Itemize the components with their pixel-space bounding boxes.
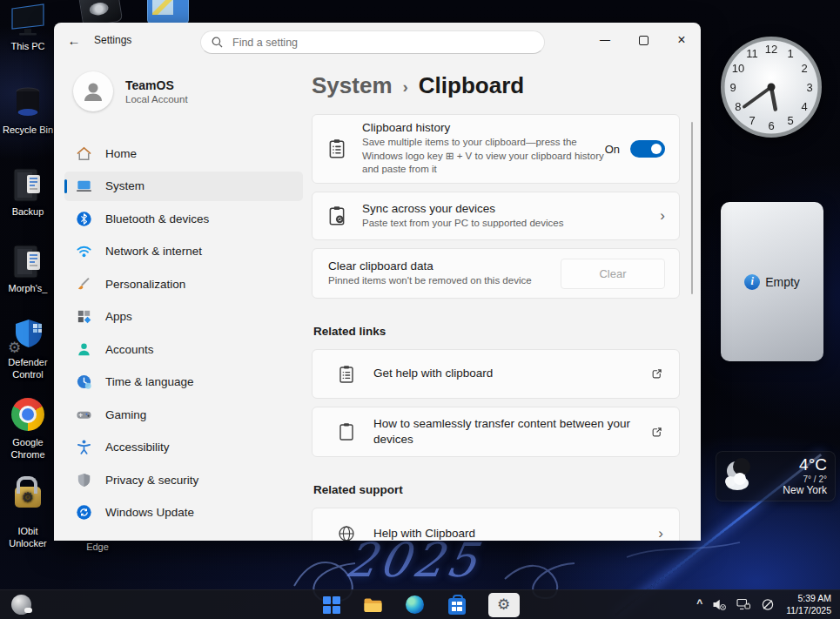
sidebar-item-label: Windows Update xyxy=(105,506,194,519)
clear-clipboard-title: Clear clipboard data xyxy=(328,259,532,272)
transfer-content-link-card[interactable]: How to seamlessly transfer content betwe… xyxy=(312,407,680,457)
sidebar-item-label: Home xyxy=(105,147,137,160)
sidebar-item-label: System xyxy=(105,179,144,192)
titlebar[interactable]: ← Settings — × xyxy=(54,23,701,57)
svg-text:10: 10 xyxy=(732,62,744,75)
desktop-screen: 2025 This PC Recycle Bin Backup Morph's_… xyxy=(0,0,840,619)
clear-clipboard-card: Clear clipboard data Pinned items won't … xyxy=(312,248,680,299)
sidebar-item-network-internet[interactable]: Network & internet xyxy=(64,237,303,266)
sidebar-item-privacy-security[interactable]: Privacy & security xyxy=(64,465,303,495)
volume-muted-icon[interactable] xyxy=(712,598,727,611)
sidebar-item-home[interactable]: Home xyxy=(64,138,303,168)
clock-widget[interactable]: 123456789101112 xyxy=(719,35,823,143)
sidebar-item-accessibility[interactable]: Accessibility xyxy=(64,433,303,462)
svg-text:4: 4 xyxy=(801,100,807,113)
desktop-icon-label: Defender Control xyxy=(1,357,55,381)
info-icon: i xyxy=(744,274,760,290)
search-box[interactable] xyxy=(200,30,545,54)
bluetooth-icon xyxy=(76,211,92,227)
svg-text:9: 9 xyxy=(729,81,736,94)
clear-button[interactable]: Clear xyxy=(561,259,665,289)
breadcrumb-separator-icon: › xyxy=(403,75,408,97)
sidebar-item-personalization[interactable]: Personalization xyxy=(64,269,303,299)
edge-button[interactable] xyxy=(405,595,426,616)
desktop-icon-label: This PC xyxy=(1,41,55,53)
sidebar-item-bluetooth-devices[interactable]: Bluetooth & devices xyxy=(64,204,303,233)
tray-date: 11/17/2025 xyxy=(786,605,831,617)
start-button[interactable] xyxy=(321,595,342,616)
desktop-icon-label: Recycle Bin xyxy=(1,124,55,137)
svg-text:7: 7 xyxy=(749,114,755,127)
wallpaper-script-text: 2025 xyxy=(341,533,485,588)
account-name: TeamOS xyxy=(125,78,188,92)
account-block[interactable]: TeamOS Local Account xyxy=(73,71,303,111)
account-person-icon xyxy=(76,341,92,358)
desktop-icon-morphs[interactable]: Morph's_ xyxy=(1,244,55,295)
wifi-icon xyxy=(76,243,92,259)
avatar xyxy=(73,71,113,111)
desktop-icon-edge-label[interactable]: Edge xyxy=(75,542,120,552)
desktop-icon-this-pc[interactable]: This PC xyxy=(1,2,55,53)
desktop-icon-recycle-bin[interactable]: Recycle Bin xyxy=(1,85,55,137)
search-input[interactable] xyxy=(231,36,534,50)
minimize-button[interactable]: — xyxy=(586,23,624,57)
sidebar-item-gaming[interactable]: Gaming xyxy=(64,400,303,429)
store-button[interactable] xyxy=(447,595,467,616)
clock-lang-icon xyxy=(76,373,92,390)
file-explorer-button[interactable] xyxy=(363,595,384,616)
clipboard-history-card: Clipboard history Save multiple items to… xyxy=(312,114,680,184)
clipboard-icon xyxy=(337,422,356,441)
desktop-icon-iobit-unlocker[interactable]: ⚙ IObit Unlocker xyxy=(1,474,55,550)
sync-devices-card[interactable]: Sync across your devices Paste text from… xyxy=(312,192,680,240)
person-icon xyxy=(80,78,106,104)
controller-icon xyxy=(76,407,92,423)
sidebar-item-apps[interactable]: Apps xyxy=(64,302,303,332)
ethernet-icon[interactable] xyxy=(736,598,751,611)
close-button[interactable]: × xyxy=(662,23,701,57)
account-type: Local Account xyxy=(125,94,188,104)
sidebar-item-label: Bluetooth & devices xyxy=(105,212,209,225)
no-internet-icon[interactable] xyxy=(761,598,775,611)
svg-text:6: 6 xyxy=(768,119,774,132)
breadcrumb-parent[interactable]: System xyxy=(312,72,393,99)
external-link-icon xyxy=(650,367,663,380)
weather-widget[interactable]: 4°C 7° / 2° New York xyxy=(716,451,836,501)
taskbar-orb-icon[interactable] xyxy=(11,595,31,615)
notes-empty-label: Empty xyxy=(765,275,800,289)
svg-text:2: 2 xyxy=(801,62,807,75)
back-button[interactable]: ← xyxy=(61,29,87,51)
desktop-icon-defender-control[interactable]: ⚙ Defender Control xyxy=(1,318,55,381)
sidebar-item-windows-update[interactable]: Windows Update xyxy=(64,498,303,528)
maximize-button[interactable] xyxy=(624,23,662,57)
desktop-partial-icon-2[interactable] xyxy=(143,0,193,23)
main-content: System › Clipboard Clipboard history Sav… xyxy=(312,57,701,541)
sidebar-item-system[interactable]: System xyxy=(64,172,303,201)
help-with-clipboard-card[interactable]: Help with Clipboard › xyxy=(312,508,680,541)
store-icon xyxy=(448,598,466,615)
window-scrollbar[interactable] xyxy=(691,122,693,294)
chrome-icon xyxy=(8,398,48,434)
desktop-partial-icon-1[interactable] xyxy=(75,0,125,23)
svg-text:12: 12 xyxy=(765,43,777,56)
sidebar-item-time-language[interactable]: Time & language xyxy=(64,367,303,397)
sync-devices-description: Paste text from your PC to supported dev… xyxy=(362,217,563,231)
settings-taskbar-button[interactable]: ⚙ xyxy=(488,595,520,616)
desktop-icon-google-chrome[interactable]: Google Chrome xyxy=(1,396,55,461)
sidebar-item-accounts[interactable]: Accounts xyxy=(64,334,303,364)
tray-chevron-up-icon[interactable]: ^ xyxy=(696,597,702,612)
globe-icon xyxy=(337,525,356,541)
desktop-icon-backup[interactable]: Backup xyxy=(1,167,55,219)
sidebar: TeamOS Local Account Home System xyxy=(54,57,312,541)
apps-icon xyxy=(76,308,92,325)
clipboard-sync-icon xyxy=(326,205,347,226)
tray-clock[interactable]: 5:39 AM 11/17/2025 xyxy=(786,593,831,616)
brush-icon xyxy=(76,276,92,293)
desktop-icon-label: Morph's_ xyxy=(1,283,55,295)
clipboard-list-icon xyxy=(326,138,347,159)
chevron-right-icon: › xyxy=(660,207,665,225)
clipboard-history-toggle[interactable] xyxy=(630,140,665,158)
server-icon xyxy=(8,167,48,204)
notes-widget[interactable]: i Empty xyxy=(721,202,823,361)
weather-city: New York xyxy=(783,485,827,497)
get-help-link-card[interactable]: Get help with clipboard xyxy=(312,349,680,399)
